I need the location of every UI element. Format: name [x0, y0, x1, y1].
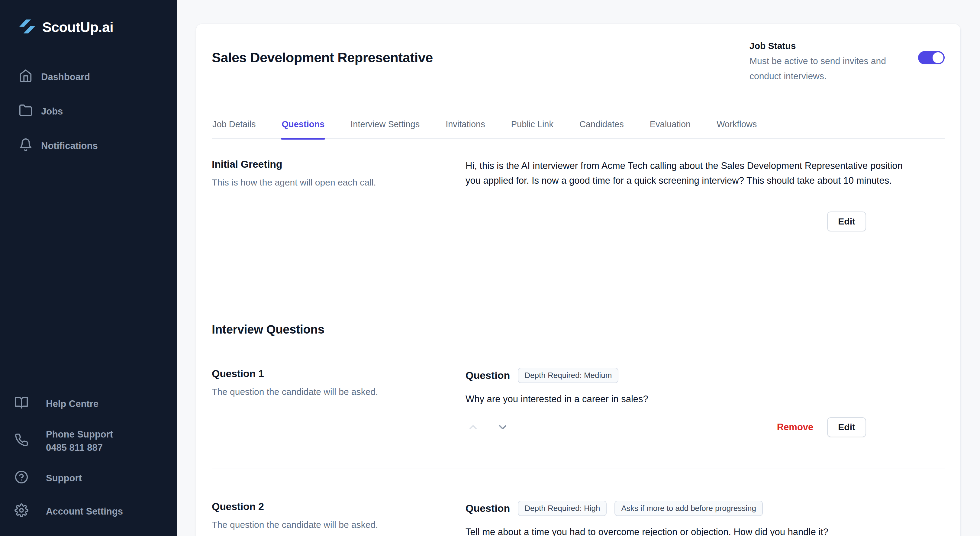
- tab-evaluation[interactable]: Evaluation: [649, 119, 691, 138]
- question-2-info: Question 2 The question the candidate wi…: [212, 501, 466, 536]
- question-2-description: The question the candidate will be asked…: [212, 520, 466, 530]
- sidebar-item-account-settings[interactable]: Account Settings: [0, 503, 177, 520]
- depth-badge: Depth Required: Medium: [518, 368, 618, 383]
- tab-invitations[interactable]: Invitations: [445, 119, 486, 138]
- sidebar: ScoutUp.ai Dashboard Jobs: [0, 0, 177, 536]
- sidebar-item-support[interactable]: Support: [0, 470, 177, 487]
- sidebar-item-help-centre[interactable]: Help Centre: [0, 396, 177, 412]
- tab-job-details[interactable]: Job Details: [212, 119, 256, 138]
- footer-item-label: Phone Support: [46, 429, 113, 440]
- initial-greeting-actions: Edit: [466, 212, 945, 231]
- move-up-icon[interactable]: [466, 421, 480, 433]
- sidebar-item-jobs[interactable]: Jobs: [0, 100, 177, 122]
- tab-interview-settings[interactable]: Interview Settings: [350, 119, 420, 138]
- question-2-label: Question 2: [212, 501, 466, 512]
- depth-badge: Depth Required: High: [518, 501, 607, 516]
- question-2-text: Tell me about a time you had to overcome…: [466, 525, 904, 536]
- brand[interactable]: ScoutUp.ai: [0, 17, 177, 37]
- initial-greeting-description: This is how the agent will open each cal…: [212, 177, 466, 188]
- edit-question-button[interactable]: Edit: [827, 417, 866, 437]
- toggle-knob: [932, 52, 943, 63]
- footer-item-label: Support: [46, 473, 82, 484]
- initial-greeting-content: Hi, this is the AI interviewer from Acme…: [466, 158, 945, 231]
- question-2-content: Question Depth Required: High Asks if mo…: [466, 501, 945, 536]
- section-divider: [212, 469, 945, 469]
- question-1-content: Question Depth Required: Medium Why are …: [466, 368, 945, 437]
- question-1-actions: Remove Edit: [466, 417, 945, 437]
- sidebar-item-dashboard[interactable]: Dashboard: [0, 66, 177, 88]
- question-2-section: Question 2 The question the candidate wi…: [212, 501, 945, 536]
- question-1-info: Question 1 The question the candidate wi…: [212, 368, 466, 437]
- interview-questions-title: Interview Questions: [212, 323, 945, 336]
- job-status: Job Status Must be active to send invite…: [749, 41, 945, 84]
- home-icon: [19, 69, 33, 85]
- job-status-label: Job Status: [749, 41, 907, 51]
- remove-question-link[interactable]: Remove: [777, 422, 813, 433]
- job-card: Sales Development Representative Job Sta…: [196, 24, 961, 536]
- tab-workflows[interactable]: Workflows: [716, 119, 757, 138]
- footer-item-label: Account Settings: [46, 506, 123, 517]
- sidebar-item-label: Dashboard: [41, 72, 90, 83]
- logo-bolt-icon: [19, 17, 36, 37]
- question-field-label: Question: [466, 369, 510, 381]
- tab-public-link[interactable]: Public Link: [511, 119, 554, 138]
- question-1-text: Why are you interested in a career in sa…: [466, 391, 904, 406]
- sidebar-item-label: Jobs: [41, 106, 63, 117]
- page-title: Sales Development Representative: [212, 50, 433, 65]
- question-1-right-actions: Remove Edit: [777, 417, 866, 437]
- initial-greeting-section: Initial Greeting This is how the agent w…: [212, 158, 945, 231]
- sidebar-item-notifications[interactable]: Notifications: [0, 135, 177, 157]
- move-down-icon[interactable]: [495, 421, 510, 433]
- initial-greeting-title: Initial Greeting: [212, 158, 466, 170]
- progress-badge: Asks if more to add before progressing: [614, 501, 763, 516]
- question-1-section: Question 1 The question the candidate wi…: [212, 368, 945, 437]
- tab-questions[interactable]: Questions: [281, 119, 325, 138]
- section-divider: [212, 291, 945, 291]
- job-status-toggle[interactable]: [918, 51, 945, 64]
- phone-icon: [14, 433, 29, 449]
- book-open-icon: [14, 396, 29, 412]
- sidebar-item-label: Notifications: [41, 140, 98, 151]
- job-status-description: Must be active to send invites and condu…: [749, 54, 907, 84]
- initial-greeting-text: Hi, this is the AI interviewer from Acme…: [466, 158, 904, 188]
- help-circle-icon: [14, 470, 29, 487]
- main-content: Sales Development Representative Job Sta…: [177, 0, 980, 536]
- reorder-controls: [466, 421, 510, 433]
- initial-greeting-info: Initial Greeting This is how the agent w…: [212, 158, 466, 231]
- question-1-label: Question 1: [212, 368, 466, 380]
- tab-bar: Job Details Questions Interview Settings…: [212, 119, 945, 139]
- sidebar-spacer: [0, 157, 177, 396]
- bell-icon: [19, 138, 33, 154]
- phone-number: 0485 811 887: [46, 442, 113, 453]
- question-1-description: The question the candidate will be asked…: [212, 387, 466, 397]
- tab-candidates[interactable]: Candidates: [579, 119, 624, 138]
- gear-icon: [14, 503, 29, 520]
- question-field-label: Question: [466, 503, 510, 514]
- folder-icon: [19, 103, 33, 120]
- sidebar-footer: Help Centre Phone Support 0485 811 887 S…: [0, 396, 177, 524]
- brand-name: ScoutUp.ai: [42, 19, 113, 35]
- sidebar-item-phone-support[interactable]: Phone Support 0485 811 887: [0, 429, 177, 453]
- footer-item-label: Help Centre: [46, 399, 99, 409]
- card-header: Sales Development Representative Job Sta…: [212, 41, 945, 84]
- edit-greeting-button[interactable]: Edit: [827, 212, 866, 231]
- sidebar-nav: Dashboard Jobs Notifications: [0, 66, 177, 157]
